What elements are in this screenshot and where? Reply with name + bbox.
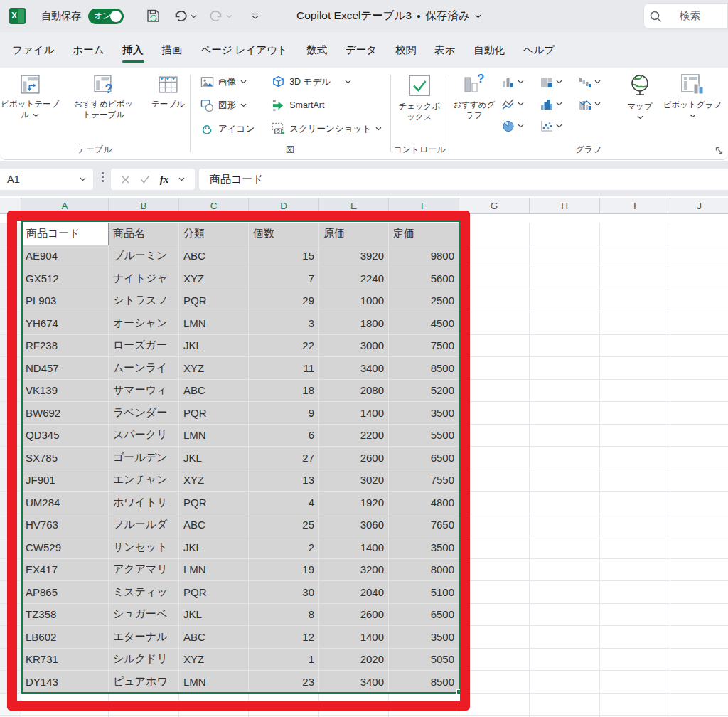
cell-G12[interactable] — [459, 469, 530, 492]
cell-C2[interactable]: ABC — [179, 245, 249, 268]
cell-D5[interactable]: 3 — [249, 312, 319, 335]
cell-J4[interactable] — [670, 290, 728, 313]
cell-F9[interactable]: 3500 — [389, 402, 459, 425]
cell-E6[interactable]: 3000 — [319, 335, 389, 358]
cell-A21[interactable]: DY143 — [21, 671, 109, 694]
cell-D16[interactable]: 19 — [249, 559, 319, 582]
cell-A14[interactable]: HV763 — [21, 514, 109, 537]
cell-J17[interactable] — [670, 581, 728, 604]
cell-H15[interactable] — [530, 536, 600, 559]
cell-F17[interactable]: 5100 — [389, 581, 459, 604]
smartart-button[interactable]: SmartArt — [272, 97, 382, 113]
cell-F4[interactable]: 2500 — [389, 290, 459, 313]
cell-E2[interactable]: 3920 — [319, 245, 389, 268]
cell-I12[interactable] — [600, 469, 670, 492]
column-header-A[interactable]: A — [21, 198, 109, 214]
row-header-13[interactable]: 13 — [0, 492, 21, 514]
tab-データ[interactable]: データ — [336, 32, 386, 68]
cell-F20[interactable]: 5050 — [389, 649, 459, 671]
cell-A8[interactable]: VK139 — [21, 380, 109, 403]
row-header-10[interactable]: 10 — [0, 425, 21, 447]
cell-I18[interactable] — [600, 604, 670, 627]
cell-G15[interactable] — [459, 536, 530, 559]
cell-J16[interactable] — [670, 559, 728, 582]
cell-A12[interactable]: JF901 — [21, 469, 109, 492]
cell-F19[interactable]: 3500 — [389, 626, 459, 649]
cell-B3[interactable]: ナイトジャ — [109, 267, 179, 290]
tab-ホーム[interactable]: ホーム — [63, 32, 113, 68]
cell-B5[interactable]: オーシャン — [109, 312, 179, 335]
cell-B2[interactable]: ブルーミン — [109, 245, 179, 268]
cell-G8[interactable] — [459, 380, 530, 403]
cell-E11[interactable]: 2600 — [319, 447, 389, 469]
cell-E16[interactable]: 3200 — [319, 559, 389, 582]
cell-H16[interactable] — [530, 559, 600, 582]
cell-H13[interactable] — [530, 492, 600, 514]
cell-F16[interactable]: 8000 — [389, 559, 459, 582]
cancel-icon[interactable] — [121, 175, 130, 184]
cell-J20[interactable] — [670, 649, 728, 671]
autosave-toggle[interactable]: オン — [88, 9, 124, 24]
cell-A1[interactable]: 商品コード — [21, 223, 109, 245]
row-header-11[interactable]: 11 — [0, 447, 21, 469]
cell-G21[interactable] — [459, 671, 530, 694]
cell-H17[interactable] — [530, 581, 600, 604]
cell-A18[interactable]: TZ358 — [21, 604, 109, 627]
cell-G6[interactable] — [459, 335, 530, 358]
cell-C8[interactable]: ABC — [179, 380, 249, 403]
name-box[interactable]: A1 — [0, 169, 93, 190]
cell-F21[interactable]: 8500 — [389, 671, 459, 694]
cell-G14[interactable] — [459, 514, 530, 537]
cell-A3[interactable]: GX512 — [21, 267, 109, 290]
cell-E22[interactable] — [319, 694, 389, 716]
tab-ページ レイアウト[interactable]: ページ レイアウト — [192, 32, 297, 68]
row-header-1[interactable]: 1 — [0, 223, 21, 245]
cell-H22[interactable] — [530, 694, 600, 716]
cell-C20[interactable]: XYZ — [179, 649, 249, 671]
cell-A5[interactable]: YH674 — [21, 312, 109, 335]
search-input[interactable]: 検索 — [643, 3, 728, 29]
column-header-E[interactable]: E — [319, 198, 389, 214]
column-header-B[interactable]: B — [109, 198, 179, 214]
cell-A19[interactable]: LB602 — [21, 626, 109, 649]
cell-F2[interactable]: 9800 — [389, 245, 459, 268]
cell-B16[interactable]: アクアマリ — [109, 559, 179, 582]
cell-E8[interactable]: 2080 — [319, 380, 389, 403]
cell-I1[interactable] — [600, 223, 670, 245]
cell-H20[interactable] — [530, 649, 600, 671]
cell-J7[interactable] — [670, 357, 728, 380]
cell-J11[interactable] — [670, 447, 728, 469]
cell-I10[interactable] — [600, 425, 670, 447]
cell-D2[interactable]: 15 — [249, 245, 319, 268]
cell-D8[interactable]: 18 — [249, 380, 319, 403]
row-header-8[interactable]: 8 — [0, 380, 21, 403]
cell-C11[interactable]: JKL — [179, 447, 249, 469]
cell-I7[interactable] — [600, 357, 670, 380]
row-header-19[interactable]: 19 — [0, 626, 21, 649]
cell-G16[interactable] — [459, 559, 530, 582]
cell-C22[interactable] — [179, 694, 249, 716]
tab-描画[interactable]: 描画 — [153, 32, 192, 68]
cell-C3[interactable]: XYZ — [179, 267, 249, 290]
cell-A2[interactable]: AE904 — [21, 245, 109, 268]
combo-chart-button[interactable] — [579, 97, 616, 111]
pivottable-button[interactable]: ピボットテーブル — [0, 73, 60, 120]
row-header-16[interactable]: 16 — [0, 559, 21, 582]
cell-E1[interactable]: 原価 — [319, 223, 389, 245]
cell-D13[interactable]: 4 — [249, 492, 319, 514]
row-header-4[interactable]: 4 — [0, 290, 21, 313]
cell-G9[interactable] — [459, 402, 530, 425]
pivotchart-button[interactable]: ピボットグラフ — [663, 73, 722, 133]
cell-H19[interactable] — [530, 626, 600, 649]
cell-A17[interactable]: AP865 — [21, 581, 109, 604]
cell-H11[interactable] — [530, 447, 600, 469]
cell-B7[interactable]: ムーンライ — [109, 357, 179, 380]
cell-H7[interactable] — [530, 357, 600, 380]
cell-G11[interactable] — [459, 447, 530, 469]
tab-数式[interactable]: 数式 — [297, 32, 336, 68]
tab-挿入[interactable]: 挿入 — [114, 32, 153, 68]
cell-A7[interactable]: ND457 — [21, 357, 109, 380]
row-header-18[interactable]: 18 — [0, 604, 21, 627]
cell-J1[interactable] — [670, 223, 728, 245]
cell-C12[interactable]: XYZ — [179, 469, 249, 492]
